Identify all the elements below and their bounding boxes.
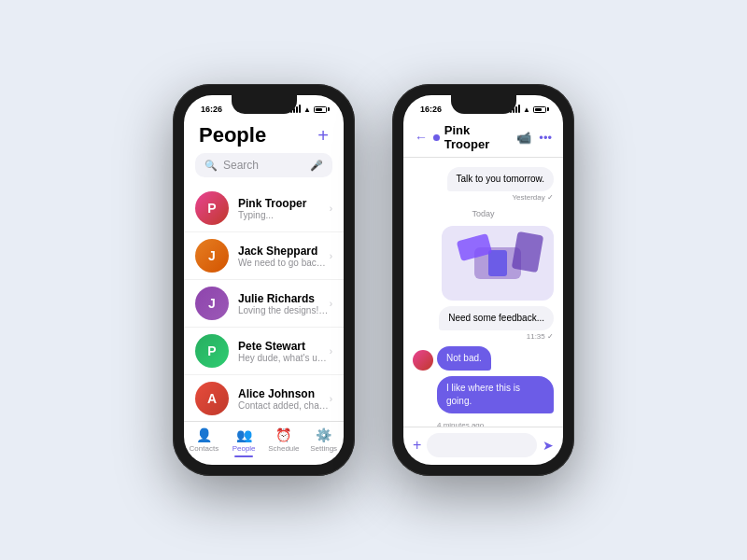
- phone-notch-left: [232, 95, 297, 114]
- settings-label: Settings: [310, 444, 337, 453]
- contact-status: Typing...: [238, 210, 330, 220]
- contact-info: Alice Johnson Contact added, chat with A…: [238, 387, 330, 411]
- chat-header: ← Pink Trooper 📹 •••: [403, 118, 563, 158]
- right-phone: 16:26 ▲ ← Pink Trooper: [392, 84, 574, 476]
- chevron-icon: ›: [330, 299, 332, 309]
- more-options-icon[interactable]: •••: [539, 131, 552, 145]
- contact-status: Contact added, chat with Alice now: [238, 400, 330, 411]
- people-icon: 👥: [236, 427, 252, 442]
- chevron-icon: ›: [330, 346, 332, 357]
- time-label-row: 4 minutes ago: [413, 419, 554, 427]
- status-icons-left: ▲: [290, 105, 327, 114]
- contact-name: Pink Trooper: [238, 197, 330, 210]
- battery-icon: [314, 106, 327, 113]
- nav-schedule[interactable]: ⏰ Schedule: [264, 427, 304, 457]
- contact-status: Hey dude, what's up!?: [238, 353, 330, 363]
- feedback-message-row: Need some feedback... 11:35 ✓: [413, 306, 554, 341]
- video-call-icon[interactable]: 📹: [516, 131, 531, 145]
- search-bar[interactable]: 🔍 Search 🎤: [195, 153, 332, 177]
- contacts-label: Contacts: [190, 444, 219, 453]
- contact-info: Julie Richards Loving the designs! Can w…: [238, 292, 330, 315]
- chat-action-icons: 📹 •••: [516, 131, 552, 145]
- contact-avatar: J: [195, 239, 229, 273]
- day-label: Today: [472, 209, 494, 218]
- sender-avatar-small: [413, 350, 433, 371]
- contact-avatar: P: [195, 191, 229, 225]
- feedback-time: 11:35 ✓: [527, 332, 554, 341]
- contact-name: Julie Richards: [238, 292, 330, 305]
- contact-info: Jack Sheppard We need to go back to the …: [238, 245, 330, 268]
- contact-item-julie-richards[interactable]: J Julie Richards Loving the designs! Can…: [184, 280, 344, 328]
- contact-avatar: J: [195, 287, 229, 320]
- contact-name: Pete Stewart: [238, 340, 330, 353]
- search-icon: 🔍: [204, 160, 218, 172]
- status-time-right: 16:26: [420, 105, 442, 114]
- contact-name: Jack Sheppard: [238, 245, 330, 258]
- online-indicator: [433, 134, 440, 141]
- contact-item-pink-trooper[interactable]: P Pink Trooper Typing... ›: [184, 185, 344, 232]
- chevron-icon: ›: [330, 394, 332, 404]
- active-indicator: [234, 455, 253, 457]
- contact-name: Alice Johnson: [238, 387, 330, 400]
- phone-notch-right: [451, 95, 516, 114]
- message-row: Talk to you tomorrow. Yesterday ✓: [413, 167, 554, 202]
- chat-input-bar: + ➤: [403, 427, 563, 465]
- message-bubble: Talk to you tomorrow.: [447, 167, 554, 191]
- message-input[interactable]: [427, 433, 537, 457]
- back-button[interactable]: ←: [415, 130, 428, 145]
- status-icons-right: ▲: [510, 105, 546, 114]
- right-phone-screen: 16:26 ▲ ← Pink Trooper: [403, 95, 563, 465]
- ilike-message-row: I like where this is going.: [413, 376, 554, 413]
- messages-area: Talk to you tomorrow. Yesterday ✓ Today: [403, 158, 563, 427]
- battery-icon-right: [533, 106, 546, 113]
- contact-status: We need to go back to the Island! :(: [238, 258, 330, 268]
- mic-icon: 🎤: [310, 160, 323, 172]
- chat-contact-name: Pink Trooper: [444, 123, 517, 151]
- nav-people[interactable]: 👥 People: [224, 427, 264, 457]
- contacts-list: P Pink Trooper Typing... › J Jack Sheppa…: [184, 185, 344, 421]
- contact-info: Pete Stewart Hey dude, what's up!?: [238, 340, 330, 363]
- message-time: Yesterday ✓: [512, 193, 554, 202]
- settings-icon: ⚙️: [316, 427, 331, 442]
- wifi-icon-right: ▲: [523, 105, 530, 114]
- image-preview[interactable]: [442, 226, 554, 301]
- people-header: People +: [184, 118, 344, 153]
- contact-item-pete-stewart[interactable]: P Pete Stewart Hey dude, what's up!? ›: [184, 328, 344, 375]
- day-separator: Today: [413, 207, 554, 220]
- contact-item-alice-johnson[interactable]: A Alice Johnson Contact added, chat with…: [184, 375, 344, 421]
- contact-info: Pink Trooper Typing...: [238, 197, 330, 220]
- people-label: People: [233, 444, 256, 453]
- contact-avatar: A: [195, 382, 229, 415]
- search-placeholder: Search: [223, 159, 304, 172]
- schedule-label: Schedule: [268, 444, 299, 453]
- chat-title-area: Pink Trooper: [433, 123, 516, 151]
- schedule-icon: ⏰: [275, 427, 291, 442]
- status-time-left: 16:26: [201, 105, 222, 114]
- contacts-icon: 👤: [196, 427, 212, 442]
- feedback-message: Need some feedback...: [439, 306, 554, 330]
- send-button[interactable]: ➤: [543, 438, 554, 453]
- contact-status: Loving the designs! Can we add ...: [238, 305, 330, 315]
- contact-item-jack-sheppard[interactable]: J Jack Sheppard We need to go back to th…: [184, 232, 344, 280]
- ilike-message: I like where this is going.: [437, 376, 554, 413]
- add-contact-button[interactable]: +: [317, 125, 329, 147]
- notbad-message: Not bad.: [437, 346, 491, 371]
- nav-settings[interactable]: ⚙️ Settings: [303, 427, 344, 457]
- left-phone-screen: 16:26 ▲ People + 🔍 Search: [184, 95, 344, 465]
- wifi-icon: ▲: [303, 105, 311, 114]
- contact-avatar: P: [195, 334, 229, 368]
- nav-contacts[interactable]: 👤 Contacts: [184, 427, 224, 457]
- people-title: People: [199, 123, 266, 147]
- chevron-icon: ›: [330, 203, 332, 214]
- image-message-row: [413, 226, 554, 301]
- notbad-message-row: Not bad.: [413, 346, 554, 371]
- chevron-icon: ›: [330, 251, 332, 261]
- left-phone: 16:26 ▲ People + 🔍 Search: [173, 84, 355, 476]
- attach-button[interactable]: +: [413, 437, 421, 454]
- bottom-nav: 👤 Contacts 👥 People ⏰ Schedule ⚙️ Settin…: [184, 421, 344, 465]
